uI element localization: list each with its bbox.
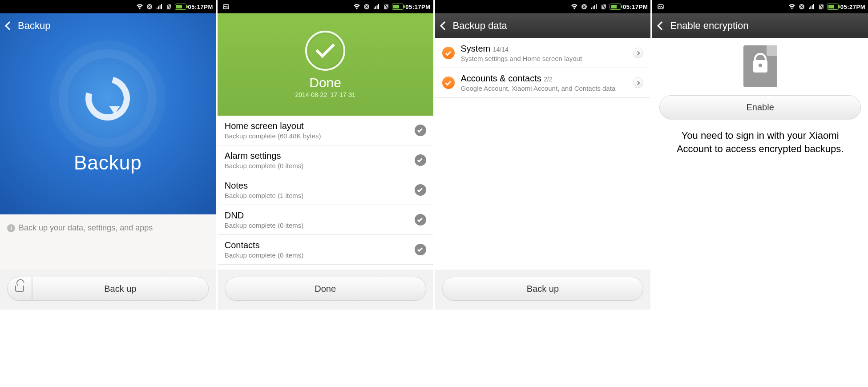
check-icon [415,184,426,196]
nav-bar: Backup [0,13,216,38]
no-sim-icon [382,3,390,11]
nav-title: Backup data [453,20,507,32]
sim-icon [363,3,371,11]
wifi-icon [353,3,361,11]
battery-icon [392,4,404,10]
sim-icon [580,3,588,11]
back-icon[interactable] [5,21,14,30]
check-icon [415,154,426,166]
status-bar: 05:27PM [652,0,868,13]
wifi-icon [570,3,578,11]
check-icon [415,214,426,226]
screen-enable-encryption: 05:27PM Enable encryption Enable You nee… [652,0,868,310]
category-row-system[interactable]: System 14/14 System settings and Home sc… [435,38,651,68]
hero-backup: Backup Backup [0,13,216,214]
list-item[interactable]: DNDBackup complete (0 items) [218,205,433,235]
backup-button[interactable]: Back up [32,277,209,301]
battery-icon [827,4,839,10]
unlock-icon [15,286,24,292]
nav-title: Backup [18,20,50,32]
list-item[interactable]: AccountBackup complete (352.00K bytes) [218,265,433,270]
status-time: 05:17PM [623,4,648,10]
checked-icon[interactable] [442,77,455,89]
signal-icon [590,3,598,11]
status-bar: 05:17PM [218,0,433,13]
screenshot-icon [222,3,230,11]
chevron-right-icon[interactable] [633,77,643,88]
status-time: 05:17PM [405,4,430,10]
battery-icon [175,4,186,10]
done-title: Done [309,75,341,90]
done-button[interactable]: Done [225,277,426,301]
status-bar: 05:17PM [435,0,651,13]
checked-icon[interactable] [442,47,455,59]
list-item[interactable]: Alarm settingsBackup complete (0 items) [218,145,433,175]
nav-bar: Enable encryption [652,13,868,38]
screen-backup-home: 05:17PM Backup Backup i Back up your dat… [0,0,216,310]
no-sim-icon [165,3,173,11]
nav-title: Enable encryption [670,20,748,32]
hint-text: i Back up your data, settings, and apps [0,214,216,242]
signal-icon [372,3,380,11]
done-timestamp: 2014-08-22_17-17-31 [295,91,355,98]
backup-button-group: Back up [7,277,209,301]
list-item[interactable]: NotesBackup complete (1 items) [218,175,433,205]
signal-icon [807,3,816,11]
category-row-accounts[interactable]: Accounts & contacts 2/2 Google Account, … [435,68,651,98]
enable-button[interactable]: Enable [659,95,861,119]
done-hero: Done 2014-08-22_17-17-31 [218,13,433,116]
encryption-message: You need to sign in with your Xiaomi Acc… [652,121,868,155]
screenshot-icon [657,3,665,11]
list-item[interactable]: ContactsBackup complete (0 items) [218,235,433,265]
status-time: 05:27PM [840,4,865,10]
wifi-icon [136,3,144,11]
back-icon[interactable] [440,21,449,30]
chevron-right-icon[interactable] [633,48,643,58]
no-sim-icon [817,3,825,11]
status-time: 05:17PM [188,4,213,10]
check-circle-icon [305,31,345,71]
back-icon[interactable] [657,21,666,30]
nav-bar: Backup data [435,13,651,38]
encryption-hero: Enable You need to sign in with your Xia… [652,38,868,155]
backup-result-list[interactable]: Home screen layoutBackup complete (60.48… [218,116,433,270]
screen-backup-done: 05:17PM Done 2014-08-22_17-17-31 Home sc… [218,0,433,310]
backup-category-list: System 14/14 System settings and Home sc… [435,38,651,270]
check-icon [415,244,426,255]
hero-label: Backup [74,152,142,174]
backup-button[interactable]: Back up [442,277,644,301]
file-lock-icon [743,45,777,87]
info-icon: i [7,224,15,232]
backup-logo [68,58,148,138]
screen-backup-data: 05:17PM Backup data System 14/14 System … [435,0,651,310]
encryption-toggle-button[interactable] [7,277,32,301]
status-bar: 05:17PM [0,0,216,13]
check-icon [415,125,426,136]
wifi-icon [788,3,796,11]
battery-icon [610,4,621,10]
signal-icon [155,3,163,11]
sim-icon [798,3,806,11]
sim-icon [145,3,153,11]
list-item[interactable]: Home screen layoutBackup complete (60.48… [218,116,433,145]
no-sim-icon [600,3,608,11]
